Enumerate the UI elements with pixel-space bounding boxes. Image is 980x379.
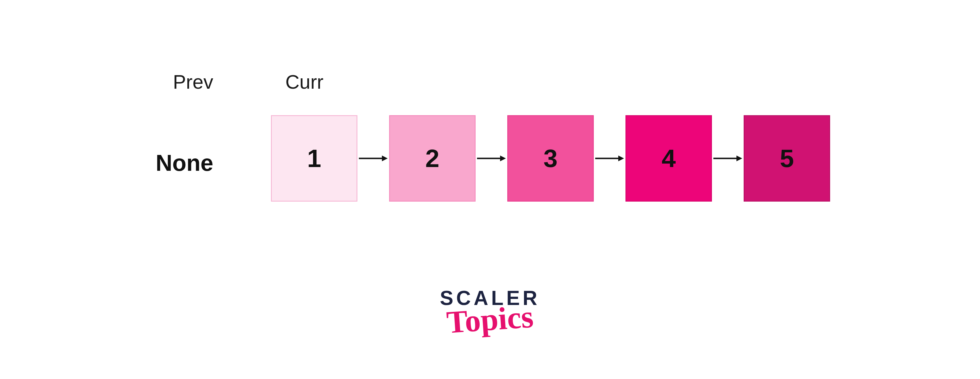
- node-value: 3: [544, 144, 558, 173]
- node-value: 4: [662, 144, 676, 173]
- list-node: 4: [625, 115, 712, 201]
- prev-value-none: None: [156, 150, 213, 176]
- logo-text-topics: Topics: [445, 302, 535, 337]
- node-value: 1: [307, 144, 321, 173]
- arrow-icon: [712, 153, 744, 164]
- linked-list-row: 1 2 3 4 5: [271, 115, 830, 201]
- node-value: 5: [780, 144, 794, 173]
- curr-pointer-label: Curr: [285, 71, 323, 93]
- arrow-icon: [594, 153, 625, 164]
- node-value: 2: [425, 144, 439, 173]
- svg-marker-3: [500, 155, 506, 161]
- svg-marker-1: [382, 155, 388, 161]
- prev-pointer-label: Prev: [173, 71, 213, 93]
- list-node: 5: [744, 115, 830, 201]
- list-node: 1: [271, 115, 357, 201]
- arrow-icon: [476, 153, 507, 164]
- arrow-icon: [357, 153, 389, 164]
- scaler-topics-logo: SCALER Topics: [421, 288, 559, 334]
- list-node: 3: [507, 115, 594, 201]
- svg-marker-5: [618, 155, 624, 161]
- svg-marker-7: [737, 155, 742, 161]
- list-node: 2: [389, 115, 476, 201]
